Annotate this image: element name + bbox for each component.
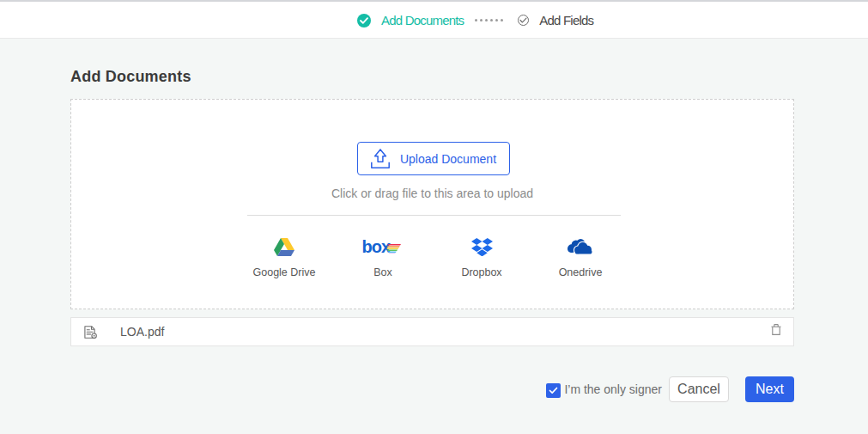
svg-text:box: box [362, 238, 391, 254]
